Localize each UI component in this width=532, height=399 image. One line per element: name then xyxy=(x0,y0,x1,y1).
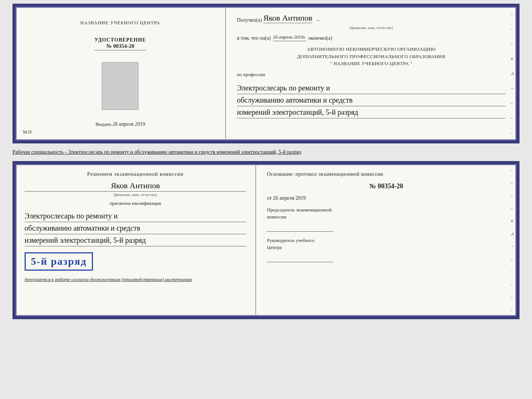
dopuskaetsya-label: допускается к xyxy=(25,277,54,282)
udostoverenie-block: УДОСТОВЕРЕНИЕ № 00354-20 xyxy=(94,37,146,50)
predsedatel-signature-line xyxy=(267,224,333,232)
bottom-certificate: Решением экзаменационной комиссии Яков А… xyxy=(12,161,520,319)
predsedatel-line1: Председатель экзаменационной xyxy=(267,206,506,214)
predsedatel-line2: комиссии xyxy=(267,213,506,221)
profession-line2-bottom: обслуживанию автоматики и средств xyxy=(25,222,246,234)
osnovanie-label: Основание: протокол экзаменационной коми… xyxy=(267,171,506,177)
profession-line3-bottom: измерений электростанций, 5-й разряд xyxy=(25,234,246,246)
org-line2: ДОПОЛНИТЕЛЬНОГО ПРОФЕССИОНАЛЬНОГО ОБРАЗО… xyxy=(237,53,506,60)
fio-label-top: (фамилия, имя, отчество) xyxy=(237,25,506,30)
top-cert-right: Получил(а) Яков Антипов – (фамилия, имя,… xyxy=(226,7,517,140)
protocol-date: от 26 апреля 2019 xyxy=(267,195,506,201)
profession-line2-top: обслуживанию автоматики и средств xyxy=(237,94,506,106)
vydano-label: Выдано xyxy=(96,121,111,127)
completion-date: 26 апреля 2019г. xyxy=(273,34,306,41)
cert-number-top: № 00354-20 xyxy=(94,43,146,50)
bottom-cert-right: Основание: протокол экзаменационной коми… xyxy=(256,164,517,316)
prisvoena-label: присвоена квалификация xyxy=(25,200,246,206)
profession-block-top: Электрослесарь по ремонту и обслуживанию… xyxy=(237,82,506,118)
top-cert-left: НАЗВАНИЕ УЧЕБНОГО ЦЕНТРА УДОСТОВЕРЕНИЕ №… xyxy=(15,7,226,140)
profession-block-bottom: Электрослесарь по ремонту и обслуживанию… xyxy=(25,210,246,246)
rukovoditel-line1: Руководитель учебного xyxy=(267,237,506,244)
training-center-title: НАЗВАНИЕ УЧЕБНОГО ЦЕНТРА xyxy=(80,20,160,26)
mp-label: М.П. xyxy=(23,129,33,135)
protocol-date-value: 26 апреля 2019 xyxy=(273,195,306,201)
org-line3: " НАЗВАНИЕ УЧЕБНОГО ЦЕНТРА " xyxy=(237,60,506,67)
dopuskaetsya-block: допускается к работе согласно должностны… xyxy=(25,277,246,282)
ot-label: от xyxy=(267,195,272,201)
rukovoditel-line2: Центра xyxy=(267,244,506,251)
poluchil-line: Получил(а) Яков Антипов – xyxy=(237,14,506,23)
specialty-divider: Рабочая специальность - Электрослесарь п… xyxy=(12,146,520,158)
fio-label-bottom: (фамилия, имя, отчество) xyxy=(25,192,246,197)
resheniem-title: Решением экзаменационной комиссии xyxy=(25,171,246,177)
vtom-line: в том, что он(а) 26 апреля 2019г. окончи… xyxy=(237,34,506,41)
top-certificate: НАЗВАНИЕ УЧЕБНОГО ЦЕНТРА УДОСТОВЕРЕНИЕ №… xyxy=(12,4,520,143)
poluchil-label: Получил(а) xyxy=(237,17,262,23)
dopuskaetsya-text: работе согласно должностным (производств… xyxy=(55,277,192,282)
rukovoditel-signature-line xyxy=(267,255,333,262)
okonchil-label: окончил(а) xyxy=(308,35,332,41)
udostoverenie-label: УДОСТОВЕРЕНИЕ xyxy=(94,37,146,43)
razryad-badge: 5-й разряд xyxy=(25,252,93,271)
photo-placeholder xyxy=(102,62,139,110)
org-block: АВТОНОМНУЮ НЕКОММЕРЧЕСКУЮ ОРГАНИЗАЦИЮ ДО… xyxy=(237,46,506,67)
recipient-name-top: Яков Антипов xyxy=(263,14,312,23)
predsedatel-block: Председатель экзаменационной комиссии xyxy=(267,206,506,232)
profession-line1-top: Электрослесарь по ремонту и xyxy=(237,82,506,94)
org-line1: АВТОНОМНУЮ НЕКОММЕРЧЕСКУЮ ОРГАНИЗАЦИЮ xyxy=(237,46,506,53)
right-dashes-top: –––и,а←––– xyxy=(511,7,515,140)
profession-line1-bottom: Электрослесарь по ремонту и xyxy=(25,210,246,222)
bottom-cert-left: Решением экзаменационной комиссии Яков А… xyxy=(15,164,256,316)
po-professii-label: по профессии xyxy=(237,72,506,78)
profession-line3-top: измерений электростанций, 5-й разряд xyxy=(237,106,506,118)
rukovoditel-block: Руководитель учебного Центра xyxy=(267,237,506,262)
protocol-number: № 00354-20 xyxy=(267,182,506,190)
vtom-label: в том, что он(а) xyxy=(237,35,271,41)
vydano-block: Выдано 26 апреля 2019 xyxy=(96,121,145,127)
document-container: НАЗВАНИЕ УЧЕБНОГО ЦЕНТРА УДОСТОВЕРЕНИЕ №… xyxy=(12,4,520,319)
recipient-name-bottom: Яков Антипов xyxy=(25,181,246,192)
right-dashes-bottom: ––––и,а←––––– xyxy=(511,164,515,316)
vydano-date: 26 апреля 2019 xyxy=(112,121,145,127)
